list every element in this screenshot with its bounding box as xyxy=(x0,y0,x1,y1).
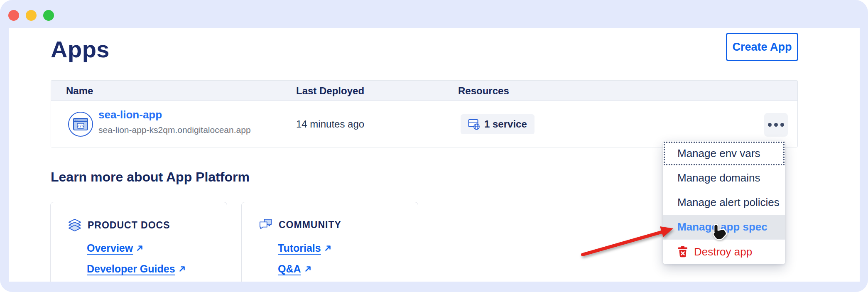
menu-item-manage-alert-policies[interactable]: Manage alert policies xyxy=(663,190,785,215)
resources-badge-label: 1 service xyxy=(484,118,527,130)
minimize-window-button[interactable] xyxy=(26,10,37,21)
trash-icon xyxy=(677,246,688,258)
link-developer-guides[interactable]: Developer Guides xyxy=(87,263,186,275)
screenshot-root: Apps Create App Name Last Deployed Resou… xyxy=(0,0,868,292)
page-title: Apps xyxy=(51,36,110,63)
app-icon: </> xyxy=(68,112,93,137)
zoom-window-button[interactable] xyxy=(43,10,54,21)
column-header-resources: Resources xyxy=(458,81,509,101)
close-window-button[interactable] xyxy=(8,10,19,21)
apps-table: Name Last Deployed Resources </> s xyxy=(51,80,798,147)
chat-icon xyxy=(259,218,273,231)
learn-more-heading: Learn more about App Platform xyxy=(51,169,250,185)
svg-text:</>: </> xyxy=(77,124,84,128)
external-link-icon xyxy=(179,265,186,272)
external-link-icon xyxy=(304,265,311,272)
resources-badge: 1 service xyxy=(461,114,535,134)
last-deployed-cell: 14 minutes ago xyxy=(296,101,364,147)
menu-item-manage-domains[interactable]: Manage domains xyxy=(663,166,785,190)
app-name-link[interactable]: sea-lion-app xyxy=(98,108,251,121)
menu-item-manage-env-vars[interactable]: Manage env vars xyxy=(663,141,785,166)
column-header-last-deployed: Last Deployed xyxy=(296,81,364,101)
link-tutorials[interactable]: Tutorials xyxy=(278,242,331,254)
product-docs-card: PRODUCT DOCS Overview Developer Guides xyxy=(50,202,227,282)
row-actions-menu: Manage env vars Manage domains Manage al… xyxy=(663,141,785,264)
card-title: PRODUCT DOCS xyxy=(88,220,170,231)
menu-item-manage-app-spec[interactable]: Manage app spec xyxy=(663,215,785,239)
community-card: COMMUNITY Tutorials Q&A xyxy=(241,202,418,282)
row-actions-button[interactable] xyxy=(764,113,788,137)
external-link-icon xyxy=(136,245,143,252)
traffic-lights xyxy=(8,10,54,21)
ellipsis-icon xyxy=(768,123,772,127)
create-app-button[interactable]: Create App xyxy=(726,33,798,61)
table-header-row: Name Last Deployed Resources xyxy=(51,81,797,101)
app-name-block: sea-lion-app sea-lion-app-ks2qm.ondigita… xyxy=(98,108,251,135)
layers-icon xyxy=(68,218,82,232)
link-overview[interactable]: Overview xyxy=(87,242,143,254)
menu-item-destroy-app[interactable]: Destroy app xyxy=(663,239,785,264)
service-icon xyxy=(468,119,480,130)
column-header-name: Name xyxy=(66,81,93,101)
app-url: sea-lion-app-ks2qm.ondigitalocean.app xyxy=(98,125,251,135)
link-qa[interactable]: Q&A xyxy=(278,263,311,275)
table-row: </> sea-lion-app sea-lion-app-ks2qm.ondi… xyxy=(51,101,797,147)
external-link-icon xyxy=(324,245,331,252)
browser-code-icon: </> xyxy=(73,118,88,131)
card-title: COMMUNITY xyxy=(279,219,341,231)
app-content-window: Apps Create App Name Last Deployed Resou… xyxy=(9,28,860,282)
